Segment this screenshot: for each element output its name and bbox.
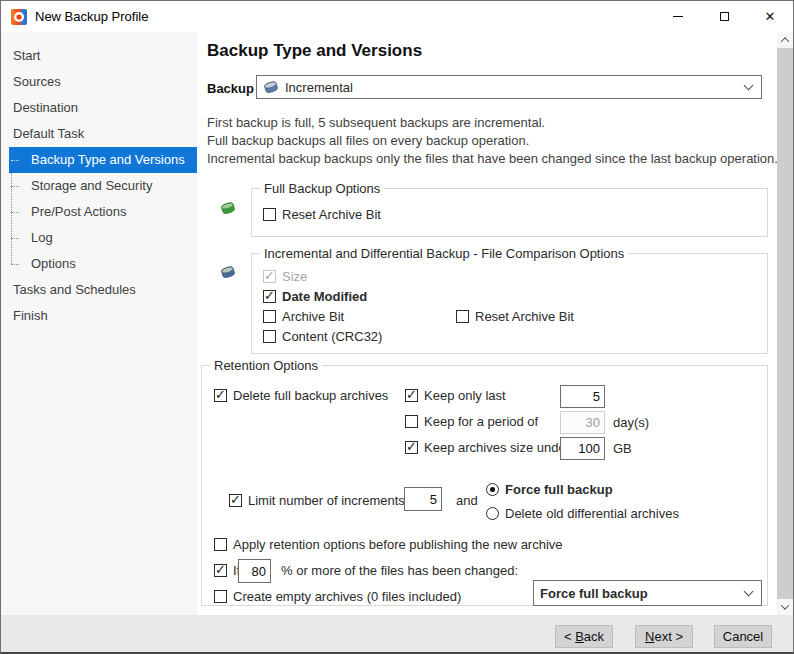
keep-period-unit: day(s) [613, 415, 649, 430]
create-empty-row: Create empty archives (0 files included) [214, 589, 461, 604]
maximize-button[interactable] [701, 1, 747, 32]
keep-only-last-row: Keep only last [405, 388, 506, 403]
date-modified-label: Date Modified [282, 289, 367, 304]
limit-increments-label: Limit number of increments: [248, 493, 408, 508]
keep-only-last-input[interactable] [560, 385, 605, 408]
content-crc32-label: Content (CRC32) [282, 329, 382, 344]
reset-archive-bit-label: Reset Archive Bit [282, 207, 381, 222]
keep-period-row: Keep for a period of [405, 414, 538, 429]
wizard-sidebar: Start Sources Destination Default Task B… [1, 32, 197, 615]
keep-size-label: Keep archives size under [424, 440, 570, 455]
sidebar-item-finish[interactable]: Finish [1, 303, 197, 329]
keep-period-label: Keep for a period of [424, 414, 538, 429]
force-full-backup-radio-label: Force full backup [505, 482, 613, 497]
content-crc32-checkbox[interactable] [263, 330, 276, 343]
reset-archive-bit-2-checkbox[interactable] [456, 310, 469, 323]
backup-type-description: First backup is full, 5 subsequent backu… [207, 114, 778, 168]
archive-bit-checkbox[interactable] [263, 310, 276, 323]
chevron-down-icon [744, 587, 754, 597]
page-title: Backup Type and Versions [207, 41, 422, 61]
minimize-button[interactable] [655, 1, 701, 32]
sidebar-item-storage-and-security[interactable]: Storage and Security [1, 173, 197, 199]
full-backup-options-title: Full Backup Options [260, 181, 384, 196]
scroll-down-button[interactable] [777, 599, 793, 615]
delete-old-diff-radio-label: Delete old differential archives [505, 506, 679, 521]
limit-increments-row: Limit number of increments: [229, 493, 408, 508]
full-backup-icon [220, 200, 236, 216]
maximize-icon [720, 12, 729, 21]
sidebar-item-backup-type-and-versions[interactable]: Backup Type and Versions [9, 147, 197, 173]
minimize-icon [673, 16, 683, 17]
keep-size-unit: GB [613, 441, 632, 456]
date-modified-checkbox[interactable] [263, 290, 276, 303]
reset-archive-bit-2-row: Reset Archive Bit [456, 309, 574, 324]
if-action-select[interactable]: Force full backup [533, 580, 762, 606]
if-action-value: Force full backup [540, 586, 648, 601]
if-changed-checkbox[interactable] [214, 564, 227, 577]
if-percent-input[interactable] [238, 559, 271, 583]
size-label: Size [282, 269, 307, 284]
keep-size-checkbox[interactable] [405, 441, 418, 454]
force-full-backup-radio-row: Force full backup [486, 482, 613, 497]
limit-increments-checkbox[interactable] [229, 494, 242, 507]
chevron-down-icon [744, 81, 754, 91]
retention-options-title: Retention Options [210, 358, 322, 373]
title-bar: New Backup Profile ✕ [1, 1, 793, 32]
file-comparison-options-title: Incremental and Differential Backup - Fi… [260, 246, 628, 261]
reset-archive-bit-2-label: Reset Archive Bit [475, 309, 574, 324]
apply-retention-label: Apply retention options before publishin… [233, 537, 563, 552]
force-full-backup-radio[interactable] [486, 483, 499, 496]
main-panel: Backup Type and Versions Backup Type: In… [198, 32, 777, 615]
sidebar-item-options[interactable]: Options [1, 251, 197, 277]
sidebar-item-tasks-and-schedules[interactable]: Tasks and Schedules [1, 277, 197, 303]
backup-type-value: Incremental [285, 80, 353, 95]
sidebar-item-pre-post-actions[interactable]: Pre/Post Actions [1, 199, 197, 225]
archive-bit-row: Archive Bit [263, 309, 344, 324]
sidebar-item-start[interactable]: Start [1, 43, 197, 69]
limit-increments-input[interactable] [404, 487, 442, 511]
reset-archive-bit-checkbox[interactable] [263, 208, 276, 221]
delete-old-diff-radio[interactable] [486, 507, 499, 520]
apply-retention-row: Apply retention options before publishin… [214, 537, 563, 552]
sidebar-item-destination[interactable]: Destination [1, 95, 197, 121]
keep-size-input[interactable] [560, 437, 605, 460]
keep-only-last-label: Keep only last [424, 388, 506, 403]
delete-full-archives-checkbox[interactable] [214, 389, 227, 402]
delete-full-archives-label: Delete full backup archives [233, 388, 388, 403]
reset-archive-bit-row: Reset Archive Bit [263, 207, 381, 222]
delete-full-archives-row: Delete full backup archives [214, 388, 388, 403]
scrollbar-thumb[interactable] [777, 48, 793, 599]
date-modified-row: Date Modified [263, 289, 367, 304]
sidebar-item-log[interactable]: Log [1, 225, 197, 251]
sidebar-item-sources[interactable]: Sources [1, 69, 197, 95]
chevron-up-icon [781, 37, 789, 45]
default-task-subtree: Backup Type and Versions Storage and Sec… [1, 147, 197, 277]
content-crc32-row: Content (CRC32) [263, 329, 382, 344]
delete-old-diff-radio-row: Delete old differential archives [486, 506, 679, 521]
and-label: and [456, 493, 478, 508]
size-checkbox [263, 270, 276, 283]
close-icon: ✕ [765, 10, 776, 23]
create-empty-label: Create empty archives (0 files included) [233, 589, 461, 604]
backup-type-select[interactable]: Incremental [256, 75, 762, 99]
window-title: New Backup Profile [35, 9, 148, 24]
create-empty-checkbox[interactable] [214, 590, 227, 603]
chevron-down-icon [781, 601, 789, 609]
app-logo-icon [11, 9, 27, 25]
next-button[interactable]: Next > [635, 625, 693, 648]
footer-bar: < Back Next > Cancel [1, 615, 793, 653]
keep-only-last-checkbox[interactable] [405, 389, 418, 402]
back-button[interactable]: < Back [555, 625, 613, 648]
keep-period-checkbox[interactable] [405, 415, 418, 428]
if-text: % or more of the files has been changed: [281, 563, 518, 578]
scroll-up-button[interactable] [777, 32, 793, 48]
new-backup-profile-dialog: New Backup Profile ✕ Start Sources Desti… [0, 0, 794, 654]
close-button[interactable]: ✕ [747, 1, 793, 32]
vertical-scrollbar[interactable] [777, 32, 793, 615]
sidebar-item-default-task[interactable]: Default Task [1, 121, 197, 147]
cancel-button[interactable]: Cancel [714, 625, 772, 648]
archive-bit-label: Archive Bit [282, 309, 344, 324]
backup-type-icon [263, 79, 279, 95]
keep-size-row: Keep archives size under [405, 440, 570, 455]
apply-retention-checkbox[interactable] [214, 538, 227, 551]
